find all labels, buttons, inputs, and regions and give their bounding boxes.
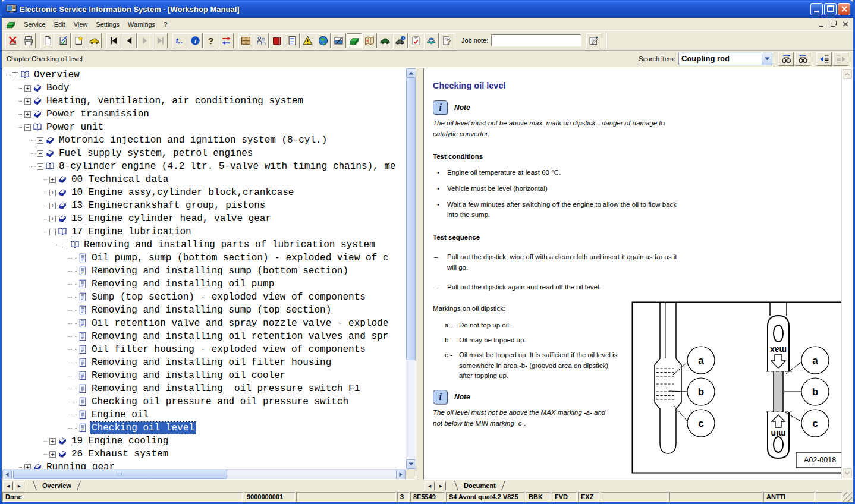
- minimize-button[interactable]: [810, 3, 823, 15]
- jump-back-button[interactable]: [816, 52, 832, 66]
- tree-item[interactable]: 17 Engine lubrication: [2, 225, 406, 238]
- expander-plus-icon[interactable]: [49, 216, 56, 222]
- tree-item[interactable]: Removing and installing oil filter housi…: [2, 356, 406, 369]
- scroll-track[interactable]: [12, 470, 396, 479]
- tree-item[interactable]: Motronic injection and ignition system (…: [2, 134, 406, 147]
- voucher-map-button[interactable]: [362, 33, 377, 48]
- expander-plus-icon[interactable]: [24, 85, 31, 92]
- repair-manual-button[interactable]: [269, 33, 284, 48]
- menu-settings[interactable]: Settings: [92, 20, 124, 29]
- tree-item[interactable]: Removing and installing sump (bottom sec…: [2, 264, 406, 278]
- tree-item[interactable]: Removing and installing sump (top sectio…: [2, 304, 406, 317]
- tab-scroll-right-button[interactable]: ▶: [436, 481, 446, 490]
- expander-minus-icon[interactable]: [37, 163, 43, 170]
- job-note-input[interactable]: [491, 34, 581, 46]
- tree-item[interactable]: Oil pump, sump (bottom section) - explod…: [2, 251, 406, 264]
- panel-splitter[interactable]: [416, 68, 423, 492]
- search-item-combobox[interactable]: Coupling rod: [678, 53, 772, 65]
- expander-plus-icon[interactable]: [37, 137, 43, 144]
- scroll-down-button[interactable]: [843, 468, 852, 478]
- expander-minus-icon[interactable]: [49, 229, 56, 235]
- tree-item[interactable]: Removing and installing parts of lubrica…: [2, 238, 406, 251]
- mdi-close-button[interactable]: [840, 20, 851, 29]
- window-layout-button[interactable]: [238, 33, 253, 48]
- document-info-button[interactable]: i: [188, 33, 203, 48]
- warning-messages-button[interactable]: [300, 33, 315, 48]
- scroll-up-button[interactable]: [843, 69, 852, 79]
- expander-plus-icon[interactable]: [37, 150, 43, 157]
- combobox-dropdown-button[interactable]: [762, 53, 772, 65]
- new-note-button[interactable]: [71, 33, 86, 48]
- expander-plus-icon[interactable]: [24, 464, 31, 470]
- tree-item[interactable]: Heating, ventilation, air conditioning s…: [2, 94, 406, 108]
- history-button[interactable]: t..: [172, 33, 187, 48]
- scroll-track[interactable]: [406, 78, 416, 459]
- tree-item[interactable]: 13 Enginecrankshaft group, pistons: [2, 199, 406, 212]
- nav-prev-button[interactable]: [122, 33, 137, 48]
- tree-item[interactable]: Removing and installing oil cooler: [2, 369, 406, 382]
- tree-item-selected[interactable]: Checking oil level: [2, 421, 406, 434]
- mdi-minimize-button[interactable]: [816, 20, 827, 29]
- expander-plus-icon[interactable]: [24, 111, 31, 118]
- tab-document[interactable]: Document: [452, 481, 508, 491]
- scroll-left-button[interactable]: [2, 470, 12, 480]
- tree-item[interactable]: Removing and installing oil retention va…: [2, 330, 406, 343]
- tree-item[interactable]: Removing and installing oil pressure swi…: [2, 382, 406, 395]
- scroll-up-button[interactable]: [406, 68, 416, 78]
- elsa-home-button[interactable]: [347, 33, 362, 48]
- scroll-thumb[interactable]: [406, 78, 416, 360]
- expander-minus-icon[interactable]: [12, 72, 18, 78]
- tree-item[interactable]: Oil filter housing - exploded view of co…: [2, 343, 406, 356]
- tab-scroll-left-button[interactable]: ◀: [3, 481, 13, 490]
- help-button[interactable]: ??: [203, 33, 218, 48]
- scroll-right-button[interactable]: [396, 470, 406, 480]
- tree-item[interactable]: 00 Technical data: [2, 173, 406, 186]
- tree-item[interactable]: Power unit: [2, 121, 406, 134]
- find-next-button[interactable]: [778, 52, 794, 66]
- globe-button[interactable]: [316, 33, 331, 48]
- menu-edit[interactable]: Edit: [50, 20, 70, 29]
- scroll-thumb[interactable]: [13, 470, 227, 479]
- tree-item[interactable]: 8-cylinder engine (4.2 ltr. 5-valve with…: [2, 160, 406, 173]
- expander-plus-icon[interactable]: [49, 203, 56, 209]
- manuals-stack-button[interactable]: [424, 33, 439, 48]
- document-list-button[interactable]: [285, 33, 300, 48]
- maximize-button[interactable]: [824, 3, 837, 15]
- tree-item[interactable]: Fuel supply system, petrol engines: [2, 147, 406, 160]
- expander-plus-icon[interactable]: [49, 177, 56, 183]
- nav-first-button[interactable]: [106, 33, 121, 48]
- tree-item[interactable]: Running gear: [2, 461, 406, 469]
- tree-item[interactable]: Power transmission: [2, 108, 406, 121]
- tab-scroll-left-button[interactable]: ◀: [425, 481, 435, 490]
- expander-plus-icon[interactable]: [49, 451, 56, 458]
- cancel-button[interactable]: [5, 33, 20, 48]
- tree-item[interactable]: 26 Exhaust system: [2, 448, 406, 461]
- tree-item[interactable]: Sump (top section) - exploded view of co…: [2, 291, 406, 304]
- find-previous-button[interactable]: [795, 52, 810, 66]
- tab-scroll-right-button[interactable]: ▶: [14, 481, 24, 490]
- print-button[interactable]: [21, 33, 36, 48]
- tree-item[interactable]: 19 Engine cooling: [2, 434, 406, 448]
- expander-plus-icon[interactable]: [49, 190, 56, 196]
- close-button[interactable]: [838, 3, 850, 15]
- vehicle-info-button[interactable]: i: [393, 33, 408, 48]
- new-document-button[interactable]: [40, 33, 55, 48]
- scroll-down-button[interactable]: [406, 459, 416, 469]
- order-clipboard-button[interactable]: [408, 33, 423, 48]
- resize-grip[interactable]: [843, 492, 852, 502]
- vehicle-select-button[interactable]: [87, 33, 102, 48]
- mdi-restore-button[interactable]: [828, 20, 839, 29]
- edit-document-button[interactable]: [56, 33, 71, 48]
- menu-view[interactable]: View: [70, 20, 92, 29]
- tree-item[interactable]: Body: [2, 81, 406, 94]
- notes-board-button[interactable]: [331, 33, 346, 48]
- vehicle-data-button[interactable]: [378, 33, 392, 48]
- document-help-button[interactable]: ?: [439, 33, 454, 48]
- expander-minus-icon[interactable]: [62, 242, 68, 248]
- tab-overview[interactable]: Overview: [30, 481, 83, 491]
- tree-item[interactable]: Checking oil pressure and oil pressure s…: [2, 395, 406, 408]
- expander-plus-icon[interactable]: [49, 438, 56, 445]
- menu-service[interactable]: Service: [20, 20, 50, 29]
- expander-plus-icon[interactable]: [24, 98, 31, 105]
- tree-item[interactable]: Engine oil: [2, 408, 406, 421]
